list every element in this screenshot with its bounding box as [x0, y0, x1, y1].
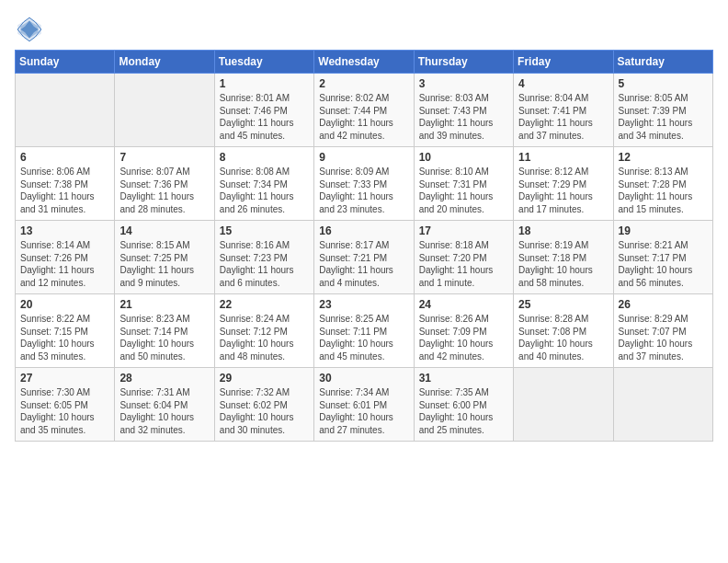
- calendar-cell: 2Sunrise: 8:02 AM Sunset: 7:44 PM Daylig…: [314, 74, 414, 147]
- day-number: 19: [619, 224, 708, 237]
- calendar-cell: 16Sunrise: 8:17 AM Sunset: 7:21 PM Dayli…: [314, 221, 414, 294]
- day-number: 28: [119, 372, 209, 385]
- day-info: Sunrise: 8:22 AM Sunset: 7:15 PM Dayligh…: [20, 313, 109, 362]
- day-number: 8: [220, 151, 309, 164]
- calendar-week-row: 13Sunrise: 8:14 AM Sunset: 7:26 PM Dayli…: [16, 221, 713, 294]
- calendar-cell: 26Sunrise: 8:29 AM Sunset: 7:07 PM Dayli…: [613, 294, 712, 368]
- calendar-cell: [16, 74, 115, 147]
- day-info: Sunrise: 8:18 AM Sunset: 7:20 PM Dayligh…: [419, 239, 508, 289]
- calendar-week-row: 6Sunrise: 8:06 AM Sunset: 7:38 PM Daylig…: [16, 147, 713, 221]
- day-info: Sunrise: 8:29 AM Sunset: 7:07 PM Dayligh…: [619, 313, 708, 362]
- day-info: Sunrise: 8:25 AM Sunset: 7:11 PM Dayligh…: [319, 313, 408, 362]
- logo-icon: [15, 15, 44, 44]
- day-info: Sunrise: 8:14 AM Sunset: 7:26 PM Dayligh…: [20, 239, 109, 289]
- day-number: 21: [119, 298, 209, 311]
- day-info: Sunrise: 8:16 AM Sunset: 7:23 PM Dayligh…: [220, 239, 309, 289]
- day-info: Sunrise: 8:08 AM Sunset: 7:34 PM Dayligh…: [220, 166, 309, 215]
- day-info: Sunrise: 8:03 AM Sunset: 7:43 PM Dayligh…: [419, 92, 508, 142]
- calendar-cell: 15Sunrise: 8:16 AM Sunset: 7:23 PM Dayli…: [214, 221, 313, 294]
- calendar-cell: [613, 368, 712, 442]
- page-container: SundayMondayTuesdayWednesdayThursdayFrid…: [0, 0, 728, 449]
- weekday-header: Sunday: [16, 51, 115, 74]
- day-number: 5: [619, 77, 708, 90]
- day-number: 16: [319, 224, 408, 237]
- calendar-cell: 5Sunrise: 8:05 AM Sunset: 7:39 PM Daylig…: [613, 74, 712, 147]
- day-info: Sunrise: 7:32 AM Sunset: 6:02 PM Dayligh…: [220, 386, 309, 436]
- day-number: 6: [20, 151, 109, 164]
- day-info: Sunrise: 8:01 AM Sunset: 7:46 PM Dayligh…: [220, 92, 309, 142]
- day-number: 18: [518, 224, 608, 237]
- day-number: 30: [319, 372, 408, 385]
- calendar-cell: 12Sunrise: 8:13 AM Sunset: 7:28 PM Dayli…: [613, 147, 712, 221]
- day-number: 11: [518, 151, 608, 164]
- calendar-cell: 7Sunrise: 8:07 AM Sunset: 7:36 PM Daylig…: [115, 147, 214, 221]
- day-number: 3: [419, 77, 508, 90]
- calendar-cell: 18Sunrise: 8:19 AM Sunset: 7:18 PM Dayli…: [514, 221, 613, 294]
- calendar: SundayMondayTuesdayWednesdayThursdayFrid…: [15, 50, 713, 442]
- calendar-cell: 25Sunrise: 8:28 AM Sunset: 7:08 PM Dayli…: [514, 294, 613, 368]
- calendar-cell: 17Sunrise: 8:18 AM Sunset: 7:20 PM Dayli…: [414, 221, 513, 294]
- calendar-cell: 22Sunrise: 8:24 AM Sunset: 7:12 PM Dayli…: [214, 294, 313, 368]
- day-number: 20: [20, 298, 109, 311]
- calendar-cell: 10Sunrise: 8:10 AM Sunset: 7:31 PM Dayli…: [414, 147, 513, 221]
- calendar-cell: 20Sunrise: 8:22 AM Sunset: 7:15 PM Dayli…: [16, 294, 115, 368]
- day-info: Sunrise: 8:28 AM Sunset: 7:08 PM Dayligh…: [518, 313, 608, 362]
- day-number: 7: [119, 151, 209, 164]
- day-info: Sunrise: 8:26 AM Sunset: 7:09 PM Dayligh…: [419, 313, 508, 362]
- day-number: 4: [518, 77, 608, 90]
- day-number: 31: [419, 372, 508, 385]
- weekday-header: Wednesday: [314, 51, 414, 74]
- day-info: Sunrise: 8:19 AM Sunset: 7:18 PM Dayligh…: [518, 239, 608, 289]
- day-number: 17: [419, 224, 508, 237]
- day-number: 13: [20, 224, 109, 237]
- calendar-cell: [514, 368, 613, 442]
- day-info: Sunrise: 8:15 AM Sunset: 7:25 PM Dayligh…: [119, 239, 209, 289]
- calendar-cell: 30Sunrise: 7:34 AM Sunset: 6:01 PM Dayli…: [314, 368, 414, 442]
- calendar-cell: 28Sunrise: 7:31 AM Sunset: 6:04 PM Dayli…: [115, 368, 214, 442]
- day-info: Sunrise: 8:17 AM Sunset: 7:21 PM Dayligh…: [319, 239, 408, 289]
- day-info: Sunrise: 8:06 AM Sunset: 7:38 PM Dayligh…: [20, 166, 109, 215]
- calendar-cell: 8Sunrise: 8:08 AM Sunset: 7:34 PM Daylig…: [214, 147, 313, 221]
- weekday-header: Friday: [514, 51, 613, 74]
- day-info: Sunrise: 8:10 AM Sunset: 7:31 PM Dayligh…: [419, 166, 508, 215]
- calendar-cell: 14Sunrise: 8:15 AM Sunset: 7:25 PM Dayli…: [115, 221, 214, 294]
- weekday-header: Saturday: [613, 51, 712, 74]
- day-info: Sunrise: 8:07 AM Sunset: 7:36 PM Dayligh…: [119, 166, 209, 215]
- calendar-cell: 3Sunrise: 8:03 AM Sunset: 7:43 PM Daylig…: [414, 74, 513, 147]
- day-info: Sunrise: 8:05 AM Sunset: 7:39 PM Dayligh…: [619, 92, 708, 142]
- day-number: 22: [220, 298, 309, 311]
- day-info: Sunrise: 7:34 AM Sunset: 6:01 PM Dayligh…: [319, 386, 408, 436]
- day-info: Sunrise: 8:02 AM Sunset: 7:44 PM Dayligh…: [319, 92, 408, 142]
- day-number: 9: [319, 151, 408, 164]
- calendar-cell: 9Sunrise: 8:09 AM Sunset: 7:33 PM Daylig…: [314, 147, 414, 221]
- calendar-header-row: SundayMondayTuesdayWednesdayThursdayFrid…: [16, 51, 713, 74]
- calendar-cell: 11Sunrise: 8:12 AM Sunset: 7:29 PM Dayli…: [514, 147, 613, 221]
- calendar-cell: [115, 74, 214, 147]
- calendar-cell: 13Sunrise: 8:14 AM Sunset: 7:26 PM Dayli…: [16, 221, 115, 294]
- calendar-cell: 31Sunrise: 7:35 AM Sunset: 6:00 PM Dayli…: [414, 368, 513, 442]
- day-number: 2: [319, 77, 408, 90]
- day-info: Sunrise: 8:23 AM Sunset: 7:14 PM Dayligh…: [119, 313, 209, 362]
- day-info: Sunrise: 8:12 AM Sunset: 7:29 PM Dayligh…: [518, 166, 608, 215]
- weekday-header: Monday: [115, 51, 214, 74]
- calendar-cell: 4Sunrise: 8:04 AM Sunset: 7:41 PM Daylig…: [514, 74, 613, 147]
- calendar-week-row: 1Sunrise: 8:01 AM Sunset: 7:46 PM Daylig…: [16, 74, 713, 147]
- header: [15, 15, 713, 44]
- calendar-cell: 23Sunrise: 8:25 AM Sunset: 7:11 PM Dayli…: [314, 294, 414, 368]
- day-info: Sunrise: 8:09 AM Sunset: 7:33 PM Dayligh…: [319, 166, 408, 215]
- day-number: 24: [419, 298, 508, 311]
- calendar-cell: 27Sunrise: 7:30 AM Sunset: 6:05 PM Dayli…: [16, 368, 115, 442]
- calendar-cell: 21Sunrise: 8:23 AM Sunset: 7:14 PM Dayli…: [115, 294, 214, 368]
- weekday-header: Thursday: [414, 51, 513, 74]
- day-info: Sunrise: 7:31 AM Sunset: 6:04 PM Dayligh…: [119, 386, 209, 436]
- day-number: 15: [220, 224, 309, 237]
- day-number: 10: [419, 151, 508, 164]
- calendar-cell: 1Sunrise: 8:01 AM Sunset: 7:46 PM Daylig…: [214, 74, 313, 147]
- day-info: Sunrise: 8:04 AM Sunset: 7:41 PM Dayligh…: [518, 92, 608, 142]
- calendar-cell: 19Sunrise: 8:21 AM Sunset: 7:17 PM Dayli…: [613, 221, 712, 294]
- day-number: 12: [619, 151, 708, 164]
- day-info: Sunrise: 7:35 AM Sunset: 6:00 PM Dayligh…: [419, 386, 508, 436]
- calendar-cell: 29Sunrise: 7:32 AM Sunset: 6:02 PM Dayli…: [214, 368, 313, 442]
- day-number: 14: [119, 224, 209, 237]
- day-number: 23: [319, 298, 408, 311]
